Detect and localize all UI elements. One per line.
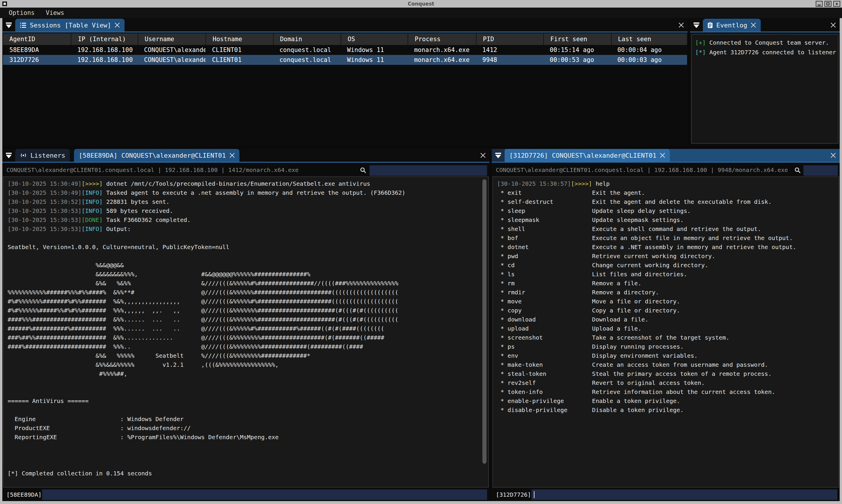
console-line (7, 388, 488, 397)
console-line: * ps Display running processes. (497, 342, 839, 351)
right-console-collapse-button[interactable] (492, 149, 504, 162)
left-console-panel-close[interactable] (477, 149, 489, 162)
console-line (7, 460, 488, 469)
close-icon: x (836, 2, 838, 6)
tab-close-icon[interactable] (751, 22, 756, 28)
close-icon (480, 153, 486, 158)
console-line: * pwd Retrieve current working directory… (497, 252, 839, 261)
cell: 00:00:53 ago (543, 55, 611, 65)
console-line (7, 234, 488, 242)
left-console-panel: Listeners [58EE89DA] CONQUEST\alexander@… (2, 149, 489, 501)
console-line: * exit Exit the agent. (497, 188, 839, 197)
menu-item-views[interactable]: Views (46, 10, 64, 16)
menu-bar: Options Views (0, 7, 842, 18)
event-line: [*] Agent 312D7726 connected to listener (695, 48, 835, 57)
session-row-312D7726[interactable]: 312D7726192.168.168.100CONQUEST\alexande… (3, 55, 687, 65)
sessions-collapse-button[interactable] (2, 19, 15, 32)
cell: 58EE89DA (3, 45, 71, 55)
eventlog-panel-close[interactable] (827, 19, 840, 32)
agent-meta-line: CONQUEST\alexander@CLIENT01.conquest.loc… (496, 166, 788, 174)
tab-listeners[interactable]: Listeners (15, 149, 70, 162)
cell: 192.168.168.100 (71, 45, 137, 55)
tab-sessions-table-view[interactable]: Sessions [Table View] (15, 19, 124, 32)
right-console-prompt: [312D7726] (496, 491, 531, 498)
right-console-command-input[interactable] (532, 489, 837, 500)
sessions-panel-close[interactable] (675, 19, 688, 32)
tab-session-58EE89DA[interactable]: [58EE89DA] CONQUEST\alexander@CLIENT01 (74, 149, 239, 162)
right-console-output[interactable]: [30-10-2025 15:30:57][>>>>] help * exit … (492, 176, 839, 488)
cell: CONQUEST\alexander (138, 55, 206, 65)
console-line (7, 406, 488, 415)
console-line: &%& %&%% &////(((&%%%%%#%###############… (7, 279, 488, 288)
console-line: ####%%%##################### &%%...... .… (7, 315, 488, 324)
eventlog-collapse-button[interactable] (690, 19, 703, 32)
console-line: #%%%%##, (7, 370, 488, 378)
sessions-panel-header: Sessions [Table View] (2, 19, 688, 32)
left-console-command-input[interactable] (42, 489, 487, 500)
console-line: [30-10-2025 15:30:53][INFO] Output: (7, 224, 488, 234)
cell: Windows 11 (341, 55, 408, 65)
cell: CLIENT01 (206, 55, 273, 65)
column-header-hostname: Hostname (206, 33, 273, 45)
console-line: * rev2self Revert to original access tok… (497, 378, 839, 388)
console-line: Engine : Windows Defender (7, 415, 488, 424)
console-line (7, 442, 488, 451)
console-line: * upload Upload a file. (497, 324, 839, 333)
console-line: * rmdir Remove a directory. (497, 288, 839, 297)
window-titlebar: Conquest x (0, 0, 842, 7)
left-console-lines: [30-10-2025 15:30:49][>>>>] dotnet /mnt/… (7, 179, 488, 478)
console-line: Seatbelt, Version=1.0.0.0, Culture=neutr… (7, 242, 488, 252)
console-line: * sleep Update sleep delay settings. (497, 206, 839, 216)
conquest-window: Conquest x Options Views (0, 0, 842, 504)
sessions-table-header: AgentIDIP (Internal)UsernameHostnameDoma… (3, 33, 687, 45)
right-console-panel-close[interactable] (827, 149, 840, 162)
tab-close-icon[interactable] (115, 22, 120, 28)
maximize-button[interactable] (824, 1, 831, 7)
console-line: ######%##########%########## %%%...... .… (7, 324, 488, 333)
console-line: #%#%%%%%%%#######%#%%####### %&%,,,,,,,,… (7, 297, 488, 306)
cell: CLIENT01 (206, 45, 273, 55)
eventlog-panel: Eventlog [+] Connected to Conquest team … (690, 19, 840, 145)
eventlog-panel-header: Eventlog (690, 19, 840, 32)
console-line: [*] Completed collection in 0.154 second… (7, 469, 488, 478)
window-title: Conquest (0, 1, 842, 7)
column-header-pid: PID (476, 33, 543, 45)
right-console-header: [312D7726] CONQUEST\alexander@CLIENT01 (492, 149, 840, 162)
minimize-button[interactable] (816, 1, 823, 7)
tab-eventlog[interactable]: Eventlog (703, 19, 761, 32)
clipboard-icon (707, 22, 713, 28)
console-line: &&&&&&&&%%%, #&&@@@@@@%%%%%%############… (7, 270, 488, 279)
scrollbar-thumb[interactable] (482, 179, 486, 464)
text-cursor (534, 491, 534, 498)
session-row-58EE89DA[interactable]: 58EE89DA192.168.168.100CONQUEST\alexande… (3, 45, 687, 55)
cell: 1412 (476, 45, 543, 55)
tab-session-label: [58EE89DA] CONQUEST\alexander@CLIENT01 (79, 152, 226, 159)
right-console-panel: [312D7726] CONQUEST\alexander@CLIENT01 C… (492, 149, 840, 501)
tab-session-312D7726[interactable]: [312D7726] CONQUEST\alexander@CLIENT01 (504, 149, 670, 162)
left-console-output[interactable]: [30-10-2025 15:30:49][>>>>] dotnet /mnt/… (3, 176, 489, 488)
search-icon (794, 167, 801, 174)
sessions-panel: Sessions [Table View] AgentIDIP (Interna… (2, 19, 688, 145)
broadcast-icon (20, 152, 27, 159)
maximize-icon (826, 2, 829, 5)
right-console-search-input[interactable] (803, 165, 838, 176)
right-console-lines: [30-10-2025 15:30:57][>>>>] help * exit … (497, 179, 839, 415)
cell: CONQUEST\alexander (138, 45, 206, 55)
left-console-header: Listeners [58EE89DA] CONQUEST\alexander@… (2, 149, 489, 162)
close-icon (830, 153, 836, 158)
close-icon (678, 22, 684, 28)
left-console-search-input[interactable] (370, 165, 487, 176)
collapse-icon (495, 152, 502, 159)
tab-close-icon[interactable] (229, 153, 235, 158)
menu-item-options[interactable]: Options (9, 10, 35, 16)
left-console-scrollbar[interactable] (482, 179, 486, 485)
cell: Windows 11 (341, 45, 408, 55)
console-line: * enable-privilege Enable a token privil… (497, 397, 839, 406)
collapse-icon (5, 152, 12, 159)
console-line: * rm Remove a file. (497, 279, 839, 288)
left-console-collapse-button[interactable] (2, 149, 15, 162)
eventlog-output[interactable]: [+] Connected to Conquest team server.[*… (691, 34, 839, 144)
close-button[interactable]: x (833, 1, 840, 7)
column-header-ip-internal-: IP (Internal) (71, 33, 137, 45)
tab-close-icon[interactable] (660, 153, 665, 158)
